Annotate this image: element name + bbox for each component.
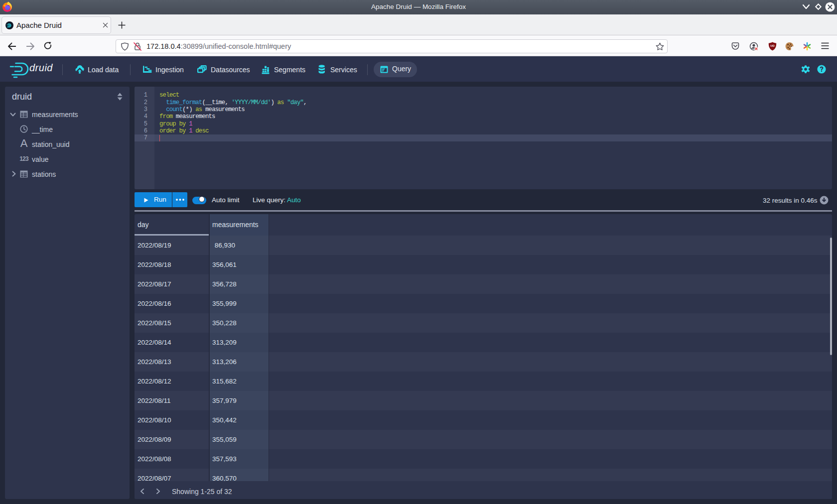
svg-text:UO: UO	[770, 44, 775, 47]
